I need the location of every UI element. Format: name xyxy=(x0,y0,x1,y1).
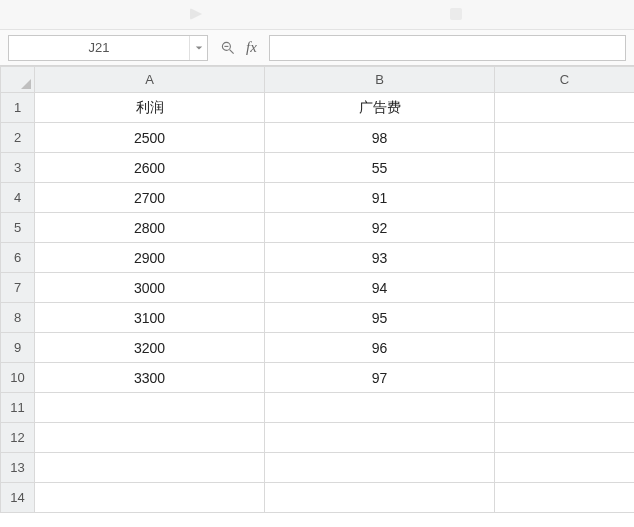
row-header[interactable]: 10 xyxy=(1,363,35,393)
row-header[interactable]: 6 xyxy=(1,243,35,273)
cell-C3[interactable] xyxy=(495,153,635,183)
table-row: 1 利润 广告费 xyxy=(1,93,635,123)
cell-B1[interactable]: 广告费 xyxy=(265,93,495,123)
cell-C12[interactable] xyxy=(495,423,635,453)
cell-C13[interactable] xyxy=(495,453,635,483)
row-header[interactable]: 7 xyxy=(1,273,35,303)
cell-B6[interactable]: 93 xyxy=(265,243,495,273)
table-row: 5 2800 92 xyxy=(1,213,635,243)
cell-B2[interactable]: 98 xyxy=(265,123,495,153)
table-row: 7 3000 94 xyxy=(1,273,635,303)
cell-B3[interactable]: 55 xyxy=(265,153,495,183)
cell-A12[interactable] xyxy=(35,423,265,453)
row-header[interactable]: 11 xyxy=(1,393,35,423)
select-all-corner[interactable] xyxy=(1,67,35,93)
cell-A5[interactable]: 2800 xyxy=(35,213,265,243)
svg-line-1 xyxy=(230,49,234,53)
table-row: 2 2500 98 xyxy=(1,123,635,153)
cell-C5[interactable] xyxy=(495,213,635,243)
cell-B9[interactable]: 96 xyxy=(265,333,495,363)
cell-A1[interactable]: 利润 xyxy=(35,93,265,123)
cell-B14[interactable] xyxy=(265,483,495,513)
row-header[interactable]: 5 xyxy=(1,213,35,243)
ribbon-stub-icon xyxy=(450,8,462,20)
table-row: 10 3300 97 xyxy=(1,363,635,393)
table-row: 13 xyxy=(1,453,635,483)
formula-input[interactable] xyxy=(269,35,626,61)
cell-A7[interactable]: 3000 xyxy=(35,273,265,303)
cell-B13[interactable] xyxy=(265,453,495,483)
cell-A11[interactable] xyxy=(35,393,265,423)
chevron-down-icon xyxy=(195,44,203,52)
table-row: 3 2600 55 xyxy=(1,153,635,183)
name-box[interactable]: J21 xyxy=(8,35,208,61)
cell-A4[interactable]: 2700 xyxy=(35,183,265,213)
cell-A2[interactable]: 2500 xyxy=(35,123,265,153)
table-row: 12 xyxy=(1,423,635,453)
formula-tools: fx xyxy=(220,39,257,56)
cell-A8[interactable]: 3100 xyxy=(35,303,265,333)
row-header[interactable]: 9 xyxy=(1,333,35,363)
formula-bar: J21 fx xyxy=(0,30,634,66)
cell-C9[interactable] xyxy=(495,333,635,363)
cell-C7[interactable] xyxy=(495,273,635,303)
row-header[interactable]: 14 xyxy=(1,483,35,513)
ribbon-stub-icon xyxy=(190,8,202,20)
cell-C2[interactable] xyxy=(495,123,635,153)
cell-A14[interactable] xyxy=(35,483,265,513)
cell-A10[interactable]: 3300 xyxy=(35,363,265,393)
table-row: 4 2700 91 xyxy=(1,183,635,213)
table-row: 8 3100 95 xyxy=(1,303,635,333)
ribbon-strip xyxy=(0,0,634,30)
cell-C14[interactable] xyxy=(495,483,635,513)
name-box-dropdown[interactable] xyxy=(189,36,207,60)
cell-B11[interactable] xyxy=(265,393,495,423)
cell-B4[interactable]: 91 xyxy=(265,183,495,213)
col-header-A[interactable]: A xyxy=(35,67,265,93)
cell-C6[interactable] xyxy=(495,243,635,273)
row-header[interactable]: 12 xyxy=(1,423,35,453)
cell-B5[interactable]: 92 xyxy=(265,213,495,243)
row-header[interactable]: 2 xyxy=(1,123,35,153)
row-header[interactable]: 3 xyxy=(1,153,35,183)
cell-A3[interactable]: 2600 xyxy=(35,153,265,183)
row-header[interactable]: 4 xyxy=(1,183,35,213)
zoom-search-icon[interactable] xyxy=(220,40,236,56)
name-box-value: J21 xyxy=(9,40,189,55)
row-header[interactable]: 8 xyxy=(1,303,35,333)
cell-B7[interactable]: 94 xyxy=(265,273,495,303)
cell-C8[interactable] xyxy=(495,303,635,333)
table-row: 9 3200 96 xyxy=(1,333,635,363)
spreadsheet-grid[interactable]: A B C 1 利润 广告费 2 2500 98 3 2600 55 xyxy=(0,66,634,513)
cell-A9[interactable]: 3200 xyxy=(35,333,265,363)
cell-B10[interactable]: 97 xyxy=(265,363,495,393)
cell-A13[interactable] xyxy=(35,453,265,483)
cell-C4[interactable] xyxy=(495,183,635,213)
row-header[interactable]: 1 xyxy=(1,93,35,123)
table-row: 6 2900 93 xyxy=(1,243,635,273)
col-header-C[interactable]: C xyxy=(495,67,635,93)
cell-C11[interactable] xyxy=(495,393,635,423)
table-row: 11 xyxy=(1,393,635,423)
cell-A6[interactable]: 2900 xyxy=(35,243,265,273)
cell-B12[interactable] xyxy=(265,423,495,453)
cell-B8[interactable]: 95 xyxy=(265,303,495,333)
col-header-B[interactable]: B xyxy=(265,67,495,93)
row-header[interactable]: 13 xyxy=(1,453,35,483)
cell-C1[interactable] xyxy=(495,93,635,123)
fx-label[interactable]: fx xyxy=(246,39,257,56)
table-row: 14 xyxy=(1,483,635,513)
cell-C10[interactable] xyxy=(495,363,635,393)
